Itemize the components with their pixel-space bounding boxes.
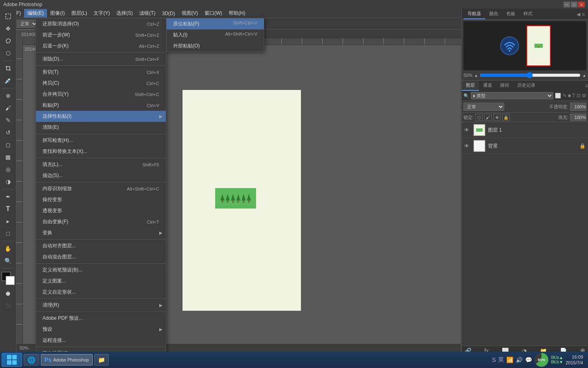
lock-image-btn[interactable]: 🖌 bbox=[484, 114, 492, 121]
menu-purge[interactable]: 清理(R) ▶ bbox=[36, 300, 166, 311]
menu-filter[interactable]: 滤镜(T) bbox=[136, 9, 158, 18]
layer-item-1[interactable]: 👁 图层 1 bbox=[462, 122, 588, 138]
fill-input[interactable] bbox=[570, 114, 586, 121]
opacity-input[interactable] bbox=[570, 103, 586, 111]
tool-quick-mask[interactable]: ⬤ bbox=[2, 287, 15, 299]
menu-define-pattern[interactable]: 定义图案... bbox=[36, 276, 166, 287]
tool-move[interactable]: ✥ bbox=[2, 23, 15, 34]
nav-zoom-slider[interactable] bbox=[480, 72, 581, 79]
menu-copy[interactable]: 拷贝(C) Ctrl+C bbox=[36, 78, 166, 89]
restore-button[interactable]: □ bbox=[571, 2, 577, 7]
taskbar-photoshop[interactable]: Ps Adobe Photoshop bbox=[41, 354, 93, 366]
blend-mode-select[interactable]: 正常 bbox=[463, 103, 504, 111]
menu-image[interactable]: 图像(I) bbox=[47, 9, 68, 18]
menu-paste[interactable]: 粘贴(P) Ctrl+V bbox=[36, 100, 166, 111]
menu-spell-check[interactable]: 拼写检查(H)... bbox=[36, 135, 166, 146]
tool-clone-stamp[interactable]: ✎ bbox=[2, 114, 15, 126]
menu-presets[interactable]: 预设 ▶ bbox=[36, 324, 166, 335]
menu-edit[interactable]: 编辑(E) bbox=[24, 9, 47, 18]
menu-layer[interactable]: 图层(L) bbox=[68, 9, 91, 18]
layer-item-bg[interactable]: 👁 背景 🔒 bbox=[462, 138, 588, 154]
collapse-panel-btn[interactable]: ◀ bbox=[577, 11, 580, 17]
tool-blur[interactable]: ◎ bbox=[2, 164, 15, 175]
menu-view[interactable]: 视图(V) bbox=[178, 9, 201, 18]
taskbar-explorer[interactable]: 🌐 bbox=[24, 354, 39, 366]
menu-3d[interactable]: 3D(D) bbox=[159, 10, 178, 17]
menu-remote[interactable]: 远程连接... bbox=[36, 335, 166, 346]
menu-perspective-warp[interactable]: 透视变形 bbox=[36, 205, 166, 216]
close-button[interactable]: ✕ bbox=[578, 2, 585, 7]
sogou-icon[interactable]: S bbox=[492, 357, 496, 363]
menu-step-backward[interactable]: 后退一步(K) Alt+Ctrl+Z bbox=[36, 40, 166, 52]
zoom-in-btn[interactable]: ▲ bbox=[582, 73, 586, 78]
zoom-out-btn[interactable]: ▲ bbox=[474, 73, 478, 78]
style-select[interactable]: 正常 bbox=[17, 20, 38, 28]
menu-window[interactable]: 窗口(W) bbox=[201, 9, 225, 18]
tool-magic-wand[interactable]: ⬡ bbox=[2, 47, 15, 59]
menu-define-shape[interactable]: 定义自定形状... bbox=[36, 287, 166, 298]
tool-gradient[interactable]: ▦ bbox=[2, 151, 15, 163]
panel-menu-btn[interactable]: ≡ bbox=[582, 11, 585, 17]
notification-icon[interactable]: 💬 bbox=[525, 357, 532, 363]
tool-hand[interactable]: ✋ bbox=[2, 243, 15, 254]
menu-select[interactable]: 选择(S) bbox=[113, 9, 136, 18]
menu-transform[interactable]: 变换 ▶ bbox=[36, 227, 166, 238]
menu-help[interactable]: 帮助(H) bbox=[225, 9, 249, 18]
lock-transparent-btn[interactable]: ⬡ bbox=[475, 114, 483, 121]
tab-swatches[interactable]: 色板 bbox=[502, 9, 519, 19]
submenu-paste-into[interactable]: 贴入(I) Alt+Shift+Ctrl+V bbox=[167, 29, 264, 40]
tool-shape[interactable]: □ bbox=[2, 228, 15, 239]
menu-paste-special[interactable]: 选择性粘贴(I) ▶ bbox=[36, 111, 166, 122]
tab-paths[interactable]: 路径 bbox=[496, 81, 513, 91]
tool-zoom[interactable]: 🔍 bbox=[2, 255, 15, 267]
lock-all-btn[interactable]: 🔒 bbox=[502, 114, 510, 121]
tool-path-selection[interactable]: ▸ bbox=[2, 215, 15, 227]
menu-clear[interactable]: 清除(E) bbox=[36, 122, 166, 133]
tool-pen[interactable]: ✒ bbox=[2, 191, 15, 202]
start-button[interactable] bbox=[2, 353, 22, 367]
tool-crop[interactable] bbox=[2, 63, 15, 74]
menu-puppet-warp[interactable]: 操控变形 bbox=[36, 194, 166, 205]
menu-define-brush[interactable]: 定义画笔预设(B)... bbox=[36, 265, 166, 276]
layer-1-visibility[interactable]: 👁 bbox=[464, 127, 471, 133]
tool-brush[interactable]: 🖌 bbox=[2, 102, 15, 114]
tool-dodge[interactable]: ◑ bbox=[2, 176, 15, 187]
menu-stroke[interactable]: 描边(S)... bbox=[36, 170, 166, 181]
menu-free-transform[interactable]: 自由变换(F) Ctrl+T bbox=[36, 216, 166, 227]
submenu-paste-outside[interactable]: 外部粘贴(O) bbox=[167, 40, 264, 52]
tool-eraser[interactable]: ◻ bbox=[2, 139, 15, 150]
menu-merge-copy[interactable]: 合并拷贝(Y) Shift+Ctrl+C bbox=[36, 89, 166, 100]
filter-icons[interactable]: ⬜ ✎ ■ T ⊡ ⚙ bbox=[555, 93, 586, 99]
tool-eyedropper[interactable]: 💉 bbox=[2, 75, 15, 86]
lock-position-btn[interactable]: ✥ bbox=[493, 114, 501, 121]
submenu-paste-in-place[interactable]: 原位粘贴(P) Shift+Ctrl+V bbox=[167, 18, 264, 29]
menu-fill[interactable]: 填充(L)... Shift+F5 bbox=[36, 159, 166, 170]
menu-adobe-pdf[interactable]: Adobe PDF 预设... bbox=[36, 313, 166, 324]
menu-step-forward[interactable]: 前进一步(W) Shift+Ctrl+Z bbox=[36, 29, 166, 40]
tool-type[interactable]: T bbox=[2, 203, 15, 215]
layers-panel-menu-btn[interactable]: ≡ bbox=[585, 81, 588, 91]
menu-find-replace[interactable]: 查找和替换文本(X)... bbox=[36, 146, 166, 157]
background-color[interactable] bbox=[6, 276, 15, 285]
input-method-icon[interactable]: 英 bbox=[498, 356, 504, 364]
tab-styles[interactable]: 样式 bbox=[519, 9, 537, 19]
tool-marquee[interactable] bbox=[2, 11, 15, 22]
menu-fade[interactable]: 渐隐(D)... Shift+Ctrl+F bbox=[36, 54, 166, 65]
menu-cut[interactable]: 剪切(T) Ctrl+X bbox=[36, 67, 166, 78]
bg-visibility[interactable]: 👁 bbox=[464, 143, 471, 149]
minimize-button[interactable]: ─ bbox=[564, 2, 570, 7]
tab-color[interactable]: 颜色 bbox=[485, 9, 502, 19]
volume-icon[interactable]: 🔊 bbox=[516, 357, 523, 363]
menu-type[interactable]: 文字(Y) bbox=[90, 9, 113, 18]
menu-undo[interactable]: 还原取消选择(O) Ctrl+Z bbox=[36, 18, 166, 29]
tool-lasso[interactable] bbox=[2, 35, 15, 47]
tab-layers[interactable]: 图层 bbox=[462, 81, 479, 91]
tool-healing-brush[interactable]: ⊕ bbox=[2, 90, 15, 101]
menu-content-aware[interactable]: 内容识别缩放 Alt+Shift+Ctrl+C bbox=[36, 183, 166, 194]
taskbar-explorer-2[interactable]: 📁 bbox=[94, 354, 109, 366]
tab-navigator[interactable]: 导航器 bbox=[463, 9, 485, 19]
network-icon[interactable]: 📶 bbox=[506, 357, 513, 363]
tab-channels[interactable]: 通道 bbox=[479, 81, 496, 91]
menu-auto-align[interactable]: 自动对齐图层... bbox=[36, 240, 166, 251]
layer-type-filter[interactable]: ♦ 类型 bbox=[471, 92, 553, 99]
